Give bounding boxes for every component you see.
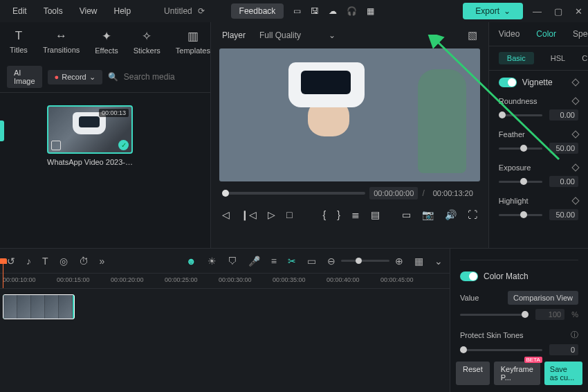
feather-slider[interactable] [499,148,542,150]
protect-value[interactable]: 0 [549,344,578,355]
apps-icon[interactable]: ▦ [367,6,374,16]
play-icon[interactable]: ▷ [268,209,275,220]
stop-icon[interactable]: □ [286,209,292,220]
compare-icon[interactable]: ▤ [371,209,380,220]
cut-icon[interactable]: ✂ [288,256,296,267]
frame-icon[interactable]: ▭ [307,256,316,267]
subtab-hsl[interactable]: HSL [551,54,565,62]
text-icon[interactable]: T [42,256,48,267]
list-icon[interactable]: ≡ [271,256,277,267]
comparison-value[interactable]: 100 [535,309,564,320]
slider-handle[interactable] [520,211,527,218]
step-back-icon[interactable]: ❙◁ [241,209,257,220]
close-button[interactable]: ✕ [575,6,582,17]
display-icon[interactable]: ▭ [402,209,411,220]
volume-icon[interactable]: 🔊 [445,209,457,220]
highlight-slider[interactable] [499,214,542,216]
slider-handle[interactable] [520,178,527,185]
snapshot-icon[interactable]: ▧ [468,29,477,42]
menu-tools[interactable]: Tools [37,3,70,19]
video-preview[interactable] [219,48,480,181]
prev-icon[interactable]: ◁ [222,209,230,220]
tab-stickers-label: Stickers [134,46,160,55]
ai-icon[interactable]: ☻ [186,256,196,267]
timeline-clip[interactable] [3,294,75,319]
slider-handle[interactable] [499,112,506,118]
keyframe-diamond-icon[interactable] [571,130,579,138]
cloud-icon[interactable]: ☁ [329,6,337,16]
slider-handle[interactable] [522,311,529,318]
roundness-slider[interactable] [499,114,542,116]
ai-image-button[interactable]: AI Image [7,66,42,88]
tab-templates[interactable]: ▥Templates [172,26,214,57]
feedback-button[interactable]: Feedback [231,3,284,19]
record-button[interactable]: ●Record⌄ [48,70,102,84]
tab-titles[interactable]: TTitles [6,26,32,57]
quality-dropdown[interactable]: Full Quality ⌄ [254,28,341,43]
scrubber-handle[interactable] [222,190,229,197]
exposure-value[interactable]: 0.00 [549,176,578,187]
speed-icon[interactable]: ⏱ [79,256,89,267]
timeline-ruler[interactable]: 00:00:10:00 00:00:15:00 00:00:20:00 00:0… [0,274,450,289]
brightness-icon[interactable]: ☀ [208,256,217,267]
media-clip[interactable]: 00:00:13 ✓ WhatsApp Video 2023-10-05... [47,105,136,166]
menu-view[interactable]: View [73,3,104,19]
marker-icon[interactable]: ≣ [351,209,360,220]
feather-value[interactable]: 50.00 [549,143,578,154]
tab-transitions[interactable]: ↔Transitions [39,26,84,57]
roundness-value[interactable]: 0.00 [549,109,578,121]
save-preset-button[interactable]: Save as cu... [544,362,582,385]
value-slider[interactable] [460,314,529,316]
tab-stickers[interactable]: ✧Stickers [129,26,165,57]
shield-icon[interactable]: ⛉ [228,256,237,267]
grid-icon[interactable]: ▦ [414,256,423,267]
export-button[interactable]: Export ⌄ [463,3,523,19]
expand-icon[interactable]: » [100,256,105,267]
top-icon-group: ▭ 🖫 ☁ 🎧 ▦ [293,6,374,16]
save-icon[interactable]: 🖫 [311,6,319,16]
mark-out-icon[interactable]: } [337,209,340,220]
slider-handle[interactable] [520,145,527,152]
zoom-handle[interactable] [356,258,362,264]
audio-icon[interactable]: ♪ [26,256,31,267]
menu-help[interactable]: Help [107,3,138,19]
tab-color[interactable]: Color [536,29,556,39]
comparison-button[interactable]: Comparison View [508,291,578,305]
highlight-value[interactable]: 50.00 [549,209,578,220]
timeline-tracks[interactable] [0,289,450,392]
collapse-icon[interactable]: ⌄ [434,256,443,267]
maximize-button[interactable]: ▢ [554,6,562,17]
fullscreen-icon[interactable]: ⛶ [468,209,477,220]
tab-effects[interactable]: ✦Effects [91,26,122,57]
subtab-basic[interactable]: Basic [499,52,534,64]
reset-button[interactable]: Reset [456,362,490,385]
tab-video[interactable]: Video [499,29,520,39]
undo-icon[interactable]: ↺ [7,256,15,267]
zoom-slider[interactable] [341,260,389,262]
track-icon[interactable]: ◎ [59,256,68,267]
exposure-slider[interactable] [499,181,542,183]
mic-icon[interactable]: 🎤 [248,256,260,267]
colormatch-toggle[interactable] [460,271,478,281]
mark-in-icon[interactable]: { [322,209,326,220]
protect-slider[interactable] [460,349,542,351]
tab-speed[interactable]: Speed [573,29,588,39]
vignette-toggle[interactable] [499,78,517,87]
keyframe-diamond-icon[interactable] [571,97,579,105]
subtab-curves[interactable]: C [582,54,587,62]
keyframe-diamond-icon[interactable] [571,78,579,86]
info-icon[interactable]: ⓘ [571,330,578,340]
camera-icon[interactable]: 📷 [422,209,434,220]
minimize-button[interactable]: — [533,6,542,17]
monitor-icon[interactable]: ▭ [293,6,301,16]
keyframe-diamond-icon[interactable] [571,163,579,171]
zoom-out-icon[interactable]: ⊖ [327,256,336,267]
playhead[interactable] [3,258,3,288]
slider-handle[interactable] [460,346,467,353]
zoom-in-icon[interactable]: ⊕ [395,256,403,267]
keyframe-panel-button[interactable]: Keyframe P...BETA [494,362,540,385]
player-scrubber[interactable] [222,192,365,195]
menu-edit[interactable]: Edit [6,3,34,19]
keyframe-diamond-icon[interactable] [571,197,579,204]
help-icon[interactable]: 🎧 [347,6,357,16]
